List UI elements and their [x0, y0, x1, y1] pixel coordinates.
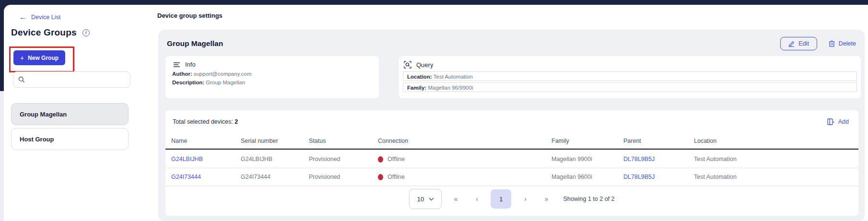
scan-search-icon: [404, 61, 411, 69]
back-link-label: Device List: [31, 14, 60, 21]
query-location-value: Test Automation: [434, 74, 473, 80]
table-header-row: Name Serial number Status Connection Fam…: [165, 133, 858, 150]
col-header-name: Name: [171, 138, 241, 144]
author-value: support@company.com: [194, 71, 252, 77]
query-panel: Query Location: Test Automation Family: …: [399, 56, 861, 98]
group-card-title: Group Magellan: [167, 39, 223, 48]
offline-dot-icon: [378, 174, 383, 180]
table-row: G24LBIJHB G24LBIJHB Provisioned Offline …: [165, 151, 858, 168]
info-panel: Info Author: support@company.com Descrip…: [165, 56, 379, 98]
description-value: Group Magellan: [206, 80, 245, 85]
sidebar-item-group-magellan[interactable]: Group Magellan: [11, 103, 129, 125]
description-label: Description:: [172, 80, 204, 85]
group-settings-card: Group Magellan Edit Delete Info Author: [158, 30, 865, 221]
new-group-button[interactable]: + New Group: [13, 50, 65, 65]
total-selected-count: 2: [235, 118, 238, 125]
pencil-icon: [788, 41, 795, 47]
query-family-row: Family: Magellan 96/9900i: [403, 82, 857, 92]
sidebar-item-host-group[interactable]: Host Group: [11, 128, 129, 150]
query-location-label: Location:: [407, 74, 432, 80]
current-page-button[interactable]: 1: [491, 189, 511, 209]
group-search-input[interactable]: [29, 76, 125, 83]
last-page-button[interactable]: »: [539, 195, 553, 203]
total-selected-label: Total selected devices: 2: [173, 118, 238, 125]
chevron-down-icon: [429, 198, 434, 201]
author-line: Author: support@company.com: [172, 71, 372, 77]
device-status: Provisioned: [309, 156, 378, 163]
page-size-select[interactable]: 10: [409, 189, 442, 209]
col-header-parent: Parent: [623, 138, 694, 144]
group-item-label: Host Group: [20, 136, 54, 143]
device-serial: G24I73444: [241, 174, 309, 180]
info-icon[interactable]: i: [82, 29, 90, 36]
device-name-link[interactable]: G24I73444: [171, 174, 241, 180]
device-name-link[interactable]: G24LBIJHB: [171, 156, 241, 163]
search-icon: [18, 76, 25, 83]
author-label: Author:: [172, 71, 192, 77]
query-location-row: Location: Test Automation: [403, 71, 857, 81]
prev-page-button[interactable]: ‹: [469, 195, 484, 203]
left-gutter: [0, 91, 4, 221]
device-serial: G24LBIJHB: [241, 156, 309, 163]
device-location: Test Automation: [694, 156, 851, 163]
pagination: 10 « ‹ 1 › » Showing 1 to 2 of 2: [165, 187, 858, 211]
col-header-serial: Serial number: [241, 138, 309, 144]
sidebar: ← Device List Device Groups i + New Grou…: [4, 5, 158, 221]
back-to-device-list-link[interactable]: ← Device List: [19, 13, 60, 21]
next-page-button[interactable]: ›: [518, 195, 532, 203]
edit-button-label: Edit: [798, 40, 809, 47]
query-family-label: Family:: [407, 85, 426, 91]
device-family: Magellan 9600i: [551, 174, 623, 180]
device-family: Magellan 9900i: [551, 156, 623, 163]
new-group-button-label: New Group: [28, 55, 59, 61]
info-panel-title: Info: [185, 61, 196, 68]
table-row: G24I73444 G24I73444 Provisioned Offline …: [165, 168, 858, 186]
description-line: Description: Group Magellan: [172, 80, 372, 85]
devices-table-card: Total selected devices: 2 Add Name Seria…: [165, 110, 858, 216]
col-header-family: Family: [551, 138, 623, 144]
list-lines-icon: [173, 62, 180, 68]
edit-button[interactable]: Edit: [780, 37, 817, 50]
query-panel-title: Query: [416, 61, 433, 69]
plus-icon: +: [20, 54, 24, 62]
query-family-value: Magellan 96/9900i: [428, 85, 473, 91]
group-item-label: Group Magellan: [20, 111, 67, 118]
device-connection: Offline: [378, 156, 551, 163]
device-connection: Offline: [378, 174, 551, 180]
insert-column-icon: [827, 118, 834, 125]
device-parent-link[interactable]: DL78L9B5J: [623, 156, 694, 163]
delete-button[interactable]: Delete: [829, 40, 856, 47]
col-header-status: Status: [309, 138, 378, 144]
delete-button-label: Delete: [839, 40, 856, 47]
add-button-label: Add: [838, 118, 849, 125]
sidebar-title: Device Groups: [11, 27, 77, 38]
col-header-connection: Connection: [378, 138, 551, 144]
col-header-location: Location: [694, 138, 851, 144]
back-arrow-icon: ←: [19, 13, 27, 21]
offline-dot-icon: [378, 156, 383, 163]
trash-icon: [829, 40, 835, 47]
page-title: Device group settings: [157, 12, 223, 19]
device-location: Test Automation: [694, 174, 851, 180]
first-page-button[interactable]: «: [448, 195, 463, 203]
device-status: Provisioned: [309, 174, 378, 180]
group-search-box[interactable]: [13, 71, 130, 88]
add-devices-button[interactable]: Add: [827, 118, 849, 125]
page-size-value: 10: [417, 196, 424, 203]
pagination-summary: Showing 1 to 2 of 2: [563, 196, 614, 202]
device-parent-link[interactable]: DL78L9B5J: [623, 174, 694, 180]
